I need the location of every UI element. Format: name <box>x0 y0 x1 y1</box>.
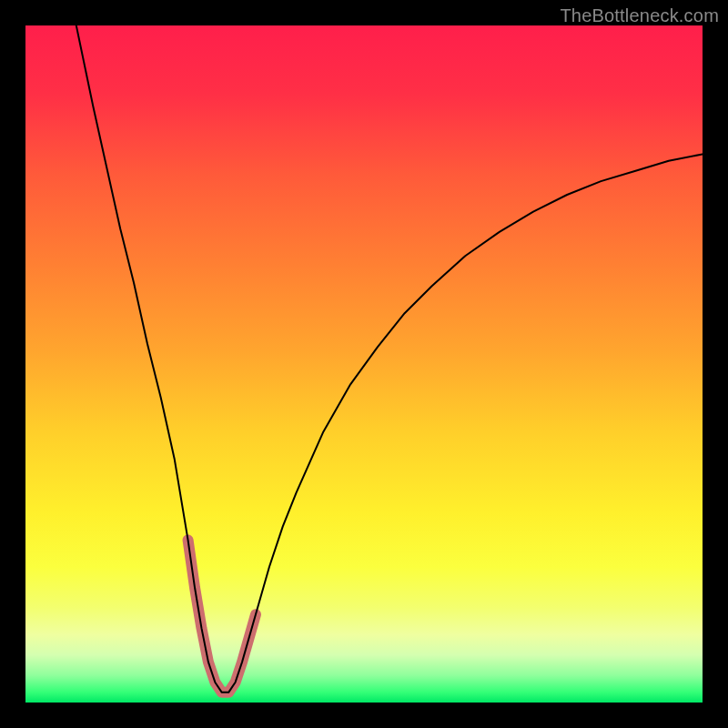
chart-frame: TheBottleneck.com <box>0 0 728 728</box>
plot-area <box>25 25 703 703</box>
curves-layer <box>25 25 703 703</box>
bottleneck-curve <box>76 25 703 693</box>
watermark-text: TheBottleneck.com <box>560 5 719 26</box>
sweet-spot-highlight <box>188 540 256 692</box>
